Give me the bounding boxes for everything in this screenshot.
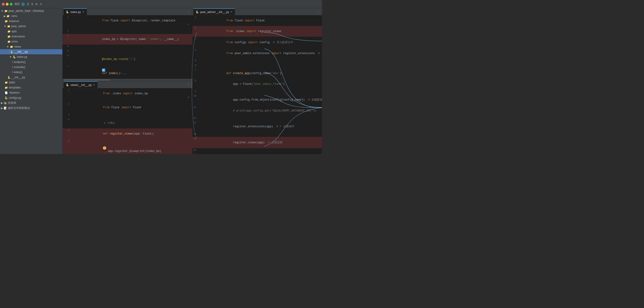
code-text: index_bp — [133, 92, 148, 95]
horizontal-scrollbar-top[interactable] — [62, 79, 192, 81]
code-text: (app: Flask): — [133, 132, 154, 135]
keyword: import — [244, 19, 254, 22]
keyword: from — [226, 30, 233, 33]
code-text: ( — [127, 58, 129, 61]
sidebar-item-pear-admin[interactable]: ▼ 📁 pear_admin — [0, 24, 62, 29]
line-content — [72, 113, 192, 117]
line-number: 5 — [62, 128, 72, 139]
sidebar-item-analysis-fn[interactable]: f analysis() — [0, 59, 62, 65]
sidebar-item-label-index-fn: index() — [14, 71, 22, 74]
close-window-button[interactable] — [2, 3, 5, 6]
keyword: import — [248, 41, 258, 44]
code-line: 2 — [62, 29, 192, 34]
code-editor-pear-init[interactable]: 1 from flask import Flask 2 from .views … — [192, 15, 322, 154]
line-content: from flask import Blueprint, render_temp… — [71, 15, 192, 29]
line-content: def create_app(config_name='dev'): — [199, 68, 322, 79]
line-content — [199, 59, 322, 63]
comment: # 加载配置文件 — [308, 98, 322, 101]
sidebar-item-flaskenv[interactable]: 📄 .flaskenv — [0, 90, 62, 95]
keyword: from — [226, 19, 233, 22]
sidebar-item-venv[interactable]: ▶ 📁 .venv — [0, 14, 62, 19]
scratch-icon: 📝 — [4, 107, 7, 110]
sidebar-item-root[interactable]: ▼ 📁 pear_admin_flask ~/Desktop — [0, 8, 62, 14]
title-bar: 项目 🌐 ☰ ⇅ ⚙ ✕ — [0, 0, 322, 8]
line-content: from flask import Flask — [72, 102, 192, 113]
tab-pear-init-py[interactable]: 🐍 pear_admin/__init__.py ✕ — [193, 8, 235, 15]
line-number: 2 — [192, 26, 199, 37]
string: 'index' — [148, 38, 160, 41]
keyword: def — [103, 132, 108, 135]
sidebar-item-templates[interactable]: 📁 templates — [0, 85, 62, 90]
toolbar-icons: 🌐 ☰ ⇅ ⚙ ✕ — [21, 3, 42, 6]
tab-close-views-init-py[interactable]: ✕ — [93, 83, 95, 86]
line-number: 1 — [62, 15, 71, 29]
code-text: app.config.from_object(config[config_nam… — [226, 98, 308, 101]
tab-more-button[interactable]: ⋮ — [186, 10, 192, 14]
chevron-right-icon: ▶ — [1, 101, 3, 104]
sidebar-item-label-orms: orms — [12, 40, 18, 43]
line-number: 6 — [192, 63, 199, 68]
sidebar-item-configs-py[interactable]: 🐍 configs.py — [0, 95, 62, 100]
code-editor-index-py[interactable]: 1 from flask import Blueprint, render_te… — [62, 15, 192, 79]
sidebar-item-console-fn[interactable]: f console() — [0, 65, 62, 70]
tab-label-pear-init-py: pear_admin/__init__.py — [200, 11, 229, 14]
folder-icon: 📁 — [10, 45, 13, 48]
tab-index-py[interactable]: 🐍 index.py ✕ — [64, 8, 87, 15]
code-content-index-py: 1 from flask import Blueprint, render_te… — [62, 15, 192, 79]
line-number: 7 — [62, 65, 71, 79]
sidebar-item-pear-init-py[interactable]: 🐍 __init__.py — [0, 75, 62, 80]
tab-close-index-py[interactable]: ✕ — [82, 11, 84, 14]
minimize-window-button[interactable] — [6, 3, 8, 6]
sort-icon[interactable]: ⇅ — [31, 3, 34, 6]
sidebar-item-static[interactable]: 📁 static — [0, 80, 62, 85]
sidebar[interactable]: ▼ 📁 pear_admin_flask ~/Desktop ▶ 📁 .venv… — [0, 8, 62, 154]
code-text: config — [258, 41, 273, 44]
sidebar-item-label-root: pear_admin_flask ~/Desktop — [8, 9, 44, 13]
code-line: 4 — [62, 45, 192, 49]
code-content-pear-init: 1 from flask import Flask 2 from .views … — [192, 15, 322, 154]
sidebar-item-index-py[interactable]: ▼ 🐍 index.py — [0, 54, 62, 59]
sidebar-item-instance[interactable]: 📁 instance — [0, 19, 62, 24]
scroll-thumb[interactable] — [64, 79, 110, 81]
sidebar-item-ext-libs[interactable]: ▶ 📚 外部库 — [0, 100, 62, 105]
code-text: register_extensions(app) — [226, 125, 276, 128]
sidebar-item-extensions[interactable]: 📁 extensions — [0, 34, 62, 39]
code-text: name: — [137, 38, 148, 41]
line-number: 11 — [192, 105, 199, 116]
line-content: from flask import Flask — [199, 15, 322, 26]
line-number: 12 — [192, 116, 199, 121]
tab-more-button-right[interactable]: ⋮ — [316, 10, 321, 14]
check-mark: ✓ — [188, 95, 190, 99]
tab-bar-left-bottom: 🐍 views/__init__.py ✕ ⋮ — [62, 81, 192, 88]
sidebar-item-apis[interactable]: 📁 apis — [0, 29, 62, 34]
warning-indicator — [103, 143, 106, 146]
settings-icon[interactable]: ⚙ — [35, 3, 38, 6]
globe-icon[interactable]: 🌐 — [21, 3, 25, 6]
sidebar-item-scratch[interactable]: ▶ 📝 临时文件和控制台 — [0, 105, 62, 111]
tab-more-button-bottom[interactable]: ⋮ — [186, 83, 192, 86]
code-line: 5 def register_views(app: Flask): — [62, 128, 192, 139]
keyword: import — [123, 92, 133, 95]
line-number: 13 — [192, 121, 199, 132]
sidebar-item-index-fn[interactable]: f index() — [0, 70, 62, 75]
chevron-down-icon: ▼ — [1, 10, 4, 12]
tab-views-init-py[interactable]: 🐍 views/__init__.py ✕ — [64, 81, 98, 88]
folder-icon: 📁 — [5, 20, 8, 23]
line-content: index_bp = Blueprint( name: 'index', __n… — [71, 34, 192, 45]
code-line: 14 — [192, 132, 322, 137]
maximize-window-button[interactable] — [10, 3, 12, 6]
line-number: 5 — [62, 49, 71, 54]
sidebar-item-orms[interactable]: 📁 orms — [0, 39, 62, 44]
sidebar-item-views[interactable]: ▼ 📁 views — [0, 44, 62, 49]
close-icon[interactable]: ✕ — [40, 3, 42, 6]
code-line: 6 — [192, 63, 322, 68]
keyword: from — [103, 106, 110, 109]
sidebar-item-init-py[interactable]: 🐍 __init__.py — [0, 49, 62, 54]
code-editor-views-init-py[interactable]: 1 from .index import index_bp ✓ 2 — [62, 88, 192, 154]
keyword: def — [226, 72, 231, 75]
keyword: from — [103, 92, 110, 95]
line-content: app = Flask("pear_admin_flask") — [199, 79, 322, 89]
string: '/' — [129, 58, 134, 61]
align-icon[interactable]: ☰ — [27, 3, 29, 6]
tab-close-pear-init-py[interactable]: ✕ — [230, 11, 232, 14]
